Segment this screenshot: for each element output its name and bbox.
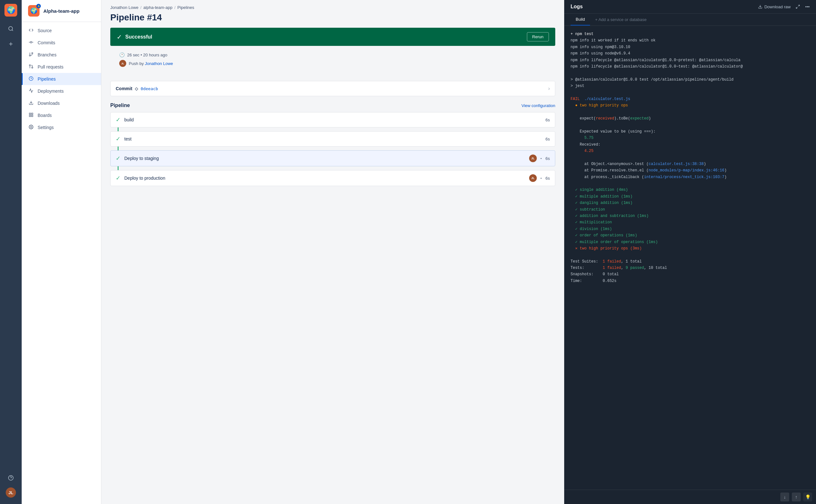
search-icon[interactable] <box>5 23 17 34</box>
breadcrumb-pipelines[interactable]: Pipelines <box>177 5 194 10</box>
pusher-row: JL Push by Jonathon Lowe <box>119 60 546 67</box>
step-label-production: Deploy to production <box>124 176 525 181</box>
svg-point-11 <box>29 55 30 56</box>
svg-rect-17 <box>29 113 30 114</box>
download-raw-label: Download raw <box>764 4 791 9</box>
breadcrumb-repo[interactable]: alpha-team-app <box>143 5 172 10</box>
svg-rect-19 <box>31 115 32 117</box>
sidebar-item-label-pull-requests: Pull requests <box>38 64 63 69</box>
pipeline-section: Commit ◇ 0deeacb › Pipeline View configu… <box>101 81 564 504</box>
step-duration-test: 6s <box>545 137 550 141</box>
sidebar-item-pipelines[interactable]: Pipelines <box>22 73 101 85</box>
user-avatar[interactable]: JL <box>6 487 16 498</box>
sidebar-item-deployments[interactable]: Deployments <box>22 85 101 97</box>
log-line: ✓ single addition (4ms) <box>571 187 810 193</box>
sidebar-item-branches[interactable]: Branches <box>22 49 101 61</box>
logs-tabs: Build + Add a service or database <box>564 14 816 26</box>
log-line: FAIL ./calculator.test.js <box>571 96 810 102</box>
log-line <box>571 122 810 128</box>
sidebar-title: Alpha-team-app <box>43 8 79 14</box>
rerun-button[interactable]: Rerun <box>527 32 549 41</box>
more-options-button[interactable]: ••• <box>805 4 810 9</box>
step-deploy-staging[interactable]: ✓ Deploy to staging JL • 6s <box>110 150 555 166</box>
app-avatar[interactable] <box>4 4 17 17</box>
expand-button[interactable] <box>796 4 800 9</box>
settings-icon <box>28 125 34 130</box>
svg-point-13 <box>29 65 30 66</box>
logs-footer: ↓ ↑ 💡 <box>564 490 816 504</box>
log-line: + npm test <box>571 31 810 37</box>
step-connector-2 <box>118 147 119 150</box>
svg-point-0 <box>9 26 12 30</box>
chevron-right-icon: › <box>548 86 550 91</box>
icon-bar: JL <box>0 0 22 504</box>
breadcrumb-user[interactable]: Jonathon Lowe <box>110 5 138 10</box>
scroll-down-button[interactable]: ↓ <box>780 493 789 501</box>
clock-icon: 🕐 <box>119 52 125 57</box>
add-icon[interactable] <box>5 38 17 50</box>
help-icon[interactable] <box>5 472 17 484</box>
svg-point-10 <box>32 53 33 54</box>
ellipsis-icon: ••• <box>805 4 810 9</box>
step-connector <box>118 127 119 131</box>
log-line: Expected value to be (using ===): <box>571 128 810 135</box>
duration-text: 26 sec • 20 hours ago <box>127 53 167 57</box>
log-line <box>571 154 810 161</box>
log-line: npm info using node@v6.9.4 <box>571 50 810 57</box>
push-text: Push by Jonathon Lowe <box>129 61 173 66</box>
pull-requests-icon <box>28 64 34 70</box>
log-line: 5.75 <box>571 135 810 141</box>
commit-hash[interactable]: 0deeacb <box>141 86 158 91</box>
lightbulb-button[interactable]: 💡 <box>803 493 812 501</box>
sidebar-item-label-source: Source <box>38 28 52 33</box>
main-content: Jonathon Lowe / alpha-team-app / Pipelin… <box>101 0 564 504</box>
view-config-link[interactable]: View configuration <box>522 103 555 108</box>
sidebar-item-settings[interactable]: Settings <box>22 121 101 133</box>
download-raw-button[interactable]: Download raw <box>758 4 791 9</box>
step-build[interactable]: ✓ build 6s <box>110 112 555 127</box>
pusher-avatar: JL <box>119 60 126 67</box>
sidebar-item-boards[interactable]: Boards <box>22 109 101 121</box>
step-test[interactable]: ✓ test 6s <box>110 131 555 147</box>
step-duration-production: 6s <box>545 176 550 181</box>
step-deploy-production[interactable]: ✓ Deploy to production JL • 6s <box>110 170 555 186</box>
log-line: ✓ order of operations (1ms) <box>571 232 810 239</box>
sidebar-nav: Source Commits Branches Pull requests Pi… <box>22 22 101 504</box>
sidebar-item-pull-requests[interactable]: Pull requests <box>22 61 101 73</box>
log-line: npm info lifecycle @atlassian/calculator… <box>571 63 810 70</box>
log-line: 4.25 <box>571 148 810 154</box>
log-line: > jest <box>571 83 810 89</box>
svg-line-24 <box>796 7 798 8</box>
log-line <box>571 70 810 76</box>
scroll-up-button[interactable]: ↑ <box>792 493 801 501</box>
page-title: Pipeline #14 <box>110 12 555 23</box>
logs-body[interactable]: + npm test npm info it worked if it ends… <box>564 26 816 490</box>
commits-icon <box>28 40 34 46</box>
status-bar-left: ✓ Successful <box>117 33 152 41</box>
sidebar-item-label-commits: Commits <box>38 40 55 45</box>
log-line <box>571 180 810 187</box>
commit-card[interactable]: Commit ◇ 0deeacb › <box>110 81 555 96</box>
step-duration-build: 6s <box>545 118 550 122</box>
log-line: ✓ multiple order of operations (1ms) <box>571 239 810 245</box>
pusher-link[interactable]: Jonathon Lowe <box>145 61 173 66</box>
add-service-label[interactable]: + Add a service or database <box>590 14 652 25</box>
sidebar-item-source[interactable]: Source <box>22 25 101 37</box>
log-line: at process._tickCallback (internal/proce… <box>571 174 810 180</box>
sidebar-header: Alpha-team-app <box>22 0 101 22</box>
step-connector-3 <box>118 166 119 170</box>
sidebar-item-downloads[interactable]: Downloads <box>22 97 101 109</box>
svg-line-1 <box>12 30 13 31</box>
commit-label: Commit <box>116 86 132 91</box>
step-duration-staging: 6s <box>545 156 550 161</box>
log-line: Snapshots: 0 total <box>571 271 810 277</box>
svg-rect-18 <box>31 113 32 114</box>
svg-rect-20 <box>29 115 30 117</box>
svg-point-6 <box>30 41 32 43</box>
sidebar-item-label-boards: Boards <box>38 113 52 118</box>
sidebar-item-label-pipelines: Pipelines <box>38 76 56 82</box>
sidebar-item-commits[interactable]: Commits <box>22 37 101 49</box>
step-avatar-production: JL <box>529 174 537 182</box>
boards-icon <box>28 112 34 118</box>
tab-build[interactable]: Build <box>571 14 590 25</box>
